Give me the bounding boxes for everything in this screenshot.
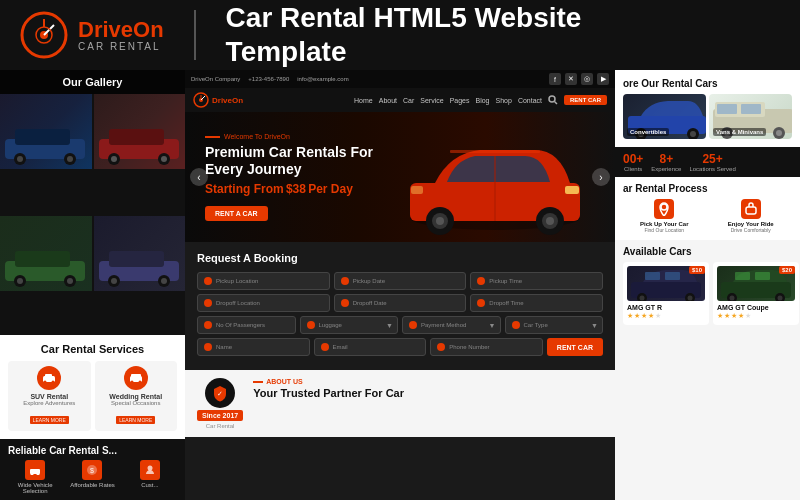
rent-car-button[interactable]: RENT CAR [564, 95, 607, 105]
hero-cta-button[interactable]: RENT A CAR [205, 206, 268, 221]
title-line1: Car Rental HTML5 Website [226, 2, 582, 33]
nav-home[interactable]: Home [354, 97, 373, 104]
reliable-title: Reliable Car Rental S... [8, 445, 177, 456]
star3: ★ [641, 312, 647, 320]
car1-name: AMG GT R [627, 304, 705, 311]
car-type-field[interactable]: Car Type ▼ [505, 316, 604, 334]
service-cards: SUV Rental Explore Adventures LEARN MORE… [8, 361, 177, 431]
mockup-logo-part1: Drive [212, 96, 232, 105]
youtube-icon[interactable]: ▶ [597, 73, 609, 85]
hero-content: Welcome To DriveOn Premium Car Rentals F… [205, 133, 373, 221]
name-field[interactable]: Name [197, 338, 310, 356]
step2-icon [741, 199, 761, 219]
passengers-label: No Of Passengers [216, 322, 265, 328]
company-name: DriveOn Company [191, 76, 240, 82]
hero-next-arrow[interactable]: › [592, 168, 610, 186]
vans-category[interactable]: Vans & Minivans [709, 94, 792, 139]
hero-title-line1: Premium Car Rentals For [205, 144, 373, 160]
phone-number: +123-456-7890 [248, 76, 289, 82]
luggage-label: Luggage [319, 322, 342, 328]
learn-more-wedding[interactable]: LEARN MORE [116, 416, 155, 424]
process-section: ar Rental Process Pick Up Your Car Find … [615, 177, 800, 240]
email-label: Email [333, 344, 348, 350]
passengers-field[interactable]: No Of Passengers [197, 316, 296, 334]
pickup-time-field[interactable]: Pickup Time [470, 272, 603, 290]
available-cars-title: Available Cars [623, 246, 792, 257]
vehicle-icon [25, 460, 45, 480]
svg-rect-12 [109, 129, 164, 145]
phone-field[interactable]: Phone Number [430, 338, 543, 356]
process-title: ar Rental Process [623, 183, 792, 194]
luggage-field[interactable]: Luggage ▼ [300, 316, 399, 334]
nav-shop[interactable]: Shop [496, 97, 512, 104]
clients-label: Clients [623, 166, 643, 172]
service-card-wedding[interactable]: Wedding Rental Special Occasions LEARN M… [95, 361, 178, 431]
gallery-image-2[interactable] [94, 94, 186, 169]
gallery-title: Our Gallery [0, 70, 185, 94]
name-icon [204, 343, 212, 351]
search-icon[interactable] [548, 95, 558, 105]
car1-rating: ★ ★ ★ ★ ★ [627, 312, 705, 320]
payment-dropdown-arrow: ▼ [489, 322, 496, 329]
dropoff-time-field[interactable]: Dropoff Time [470, 294, 603, 312]
email-icon [321, 343, 329, 351]
pickup-location-field[interactable]: Pickup Location [197, 272, 330, 290]
logo-subtitle: CAR RENTAL [78, 41, 164, 52]
booking-submit-button[interactable]: RENT CAR [547, 338, 603, 356]
dropoff-date-field[interactable]: Dropoff Date [334, 294, 467, 312]
hero-title-line2: Every Journey [205, 161, 302, 177]
star1: ★ [627, 312, 633, 320]
nav-contact[interactable]: Contact [518, 97, 542, 104]
svg-rect-34 [131, 374, 141, 378]
stats-row: 00+ Clients 8+ Experience 25+ Locations … [615, 147, 800, 177]
svg-rect-24 [109, 251, 164, 267]
convertibles-category[interactable]: Convertibles [623, 94, 706, 139]
mockup-logo: DriveOn [193, 92, 243, 108]
svg-point-15 [111, 156, 117, 162]
nav-blog[interactable]: Blog [476, 97, 490, 104]
nav-service[interactable]: Service [420, 97, 443, 104]
center-panel: DriveOn Company +123-456-7890 info@examp… [185, 70, 615, 500]
booking-row-4: Name Email Phone Number RENT CAR [197, 338, 603, 356]
nav-about[interactable]: About [379, 97, 397, 104]
instagram-icon[interactable]: ◎ [581, 73, 593, 85]
twitter-icon[interactable]: ✕ [565, 73, 577, 85]
stat-experience: 8+ Experience [651, 152, 681, 172]
car2-rating: ★ ★ ★ ★ ★ [717, 312, 795, 320]
nav-pages[interactable]: Pages [450, 97, 470, 104]
logo-icon [20, 11, 68, 59]
email-field[interactable]: Email [314, 338, 427, 356]
feature-cust: Cust... [123, 460, 177, 494]
nav-car[interactable]: Car [403, 97, 414, 104]
dropoff-location-field[interactable]: Dropoff Location [197, 294, 330, 312]
svg-point-90 [778, 295, 783, 300]
svg-rect-70 [741, 104, 761, 114]
feature-rates: $ Affordable Rates [65, 460, 119, 494]
gallery-image-4[interactable] [94, 216, 186, 291]
pickup-date-field[interactable]: Pickup Date [334, 272, 467, 290]
payment-field[interactable]: Payment Method ▼ [402, 316, 501, 334]
dropoff-location-label: Dropoff Location [216, 300, 260, 306]
experience-count: 8+ [651, 152, 681, 166]
facebook-icon[interactable]: f [549, 73, 561, 85]
about-icon-area: ✓ Since 2017 Car Rental [197, 378, 243, 429]
svg-rect-69 [717, 104, 737, 114]
gallery-image-1[interactable] [0, 94, 92, 169]
hero-car-svg [395, 128, 595, 238]
available-car-1[interactable]: $10 AMG GT R [623, 262, 709, 325]
available-car-2[interactable]: $20 AMG GT Coupe [713, 262, 799, 325]
gallery-image-3[interactable] [0, 216, 92, 291]
svg-point-83 [688, 295, 693, 300]
price-suffix: Per Day [308, 182, 353, 196]
booking-title: Request A Booking [197, 252, 603, 264]
car2-name: AMG GT Coupe [717, 304, 795, 311]
dropoff-date-icon [341, 299, 349, 307]
vertical-divider [194, 10, 196, 60]
about-text-area: ABOUT US Your Trusted Partner For Car [253, 378, 404, 399]
location-pin-icon [657, 202, 671, 216]
service-card-suv[interactable]: SUV Rental Explore Adventures LEARN MORE [8, 361, 91, 431]
gallery-grid [0, 94, 185, 335]
learn-more-suv[interactable]: LEARN MORE [30, 416, 69, 424]
pickup-time-label: Pickup Time [489, 278, 522, 284]
star1: ★ [717, 312, 723, 320]
